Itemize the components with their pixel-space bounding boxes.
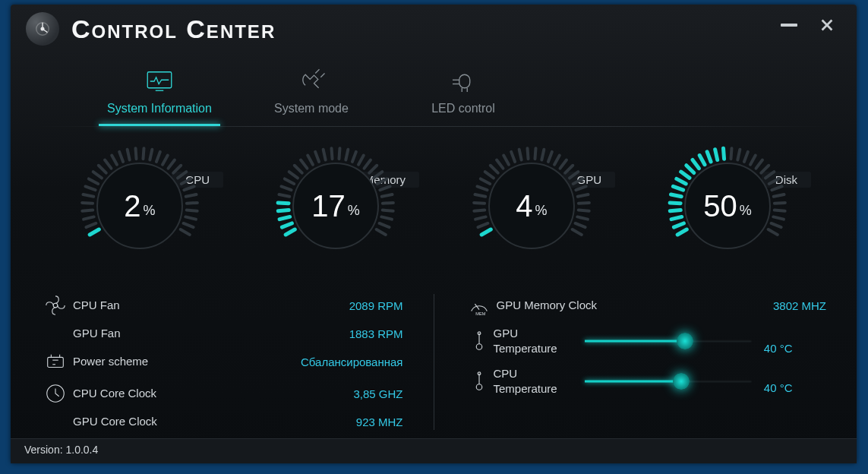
header: Control Center [11,5,857,46]
svg-text:MEM: MEM [475,311,485,316]
app-window: Control Center System Information [11,5,857,463]
tab-bar: System Information System mode LED contr… [11,61,857,126]
row-label: CPU Temperature [494,366,585,397]
content: CPU 2% Memory 17% GPU 4% Disk 50% [11,127,857,438]
gauge-disk: Disk 50% [636,145,819,267]
app-logo-icon [26,12,59,46]
led-icon [387,67,539,99]
row-gpu-fan: GPU Fan 1883 RPM [41,321,403,346]
monitor-icon [84,67,235,99]
tab-system-mode[interactable]: System mode [235,61,387,126]
battery-icon [41,350,70,373]
left-column: CPU Fan 2089 RPM GPU Fan 1883 RPM Power … [41,289,403,434]
clock-icon [41,382,70,405]
row-gpu-mem-clock: MEM GPU Memory Clock 3802 MHZ [465,289,827,321]
row-value: 40 °C [758,381,793,394]
row-label: GPU Memory Clock [494,298,773,313]
row-value: 2089 RPM [349,299,403,312]
svg-point-136 [476,384,482,390]
row-gpu-temp: GPU Temperature 40 °C [465,321,827,362]
close-button[interactable] [819,17,835,33]
row-value: Сбалансированная [301,356,403,368]
row-label: GPU Temperature [494,326,585,357]
cpu-temp-slider[interactable] [585,379,752,384]
svg-point-134 [476,344,482,350]
app-title: Control Center [71,14,276,44]
row-label: GPU Fan [70,326,349,341]
thermometer-icon [465,370,494,393]
gauge-row: CPU 2% Memory 17% GPU 4% Disk 50% [41,145,826,267]
minimize-icon [781,24,797,27]
column-divider [434,294,434,430]
tab-system-information[interactable]: System Information [84,61,235,126]
tab-led-control[interactable]: LED control [387,61,539,126]
right-column: MEM GPU Memory Clock 3802 MHZ GPU Temper… [465,289,827,434]
gauge-value: 2% [79,145,200,267]
row-label: CPU Core Clock [70,386,353,401]
svg-rect-5 [459,74,470,88]
gauge-value: 17% [275,145,396,267]
slider-thumb[interactable] [673,373,690,390]
row-value: 3,85 GHZ [353,387,402,400]
close-icon [819,17,835,33]
gauge-cpu: CPU 2% [49,145,231,267]
footer-version: Version: 1.0.0.4 [11,438,857,463]
gauge-memory: Memory 17% [245,145,427,267]
row-power-scheme: Power scheme Сбалансированная [41,346,403,378]
row-label: CPU Fan [70,298,349,313]
row-cpu-fan: CPU Fan 2089 RPM [41,289,403,321]
row-cpu-temp: CPU Temperature 40 °C [465,362,827,402]
row-label: GPU Core Clock [70,414,356,429]
tach-icon: MEM [465,294,494,317]
tab-label: System mode [274,102,349,115]
tab-label: System Information [107,102,212,115]
svg-point-130 [53,303,58,308]
minimize-button[interactable] [781,24,797,27]
row-value: 1883 RPM [349,327,403,340]
svg-point-1 [41,27,44,30]
row-label: Power scheme [70,354,301,369]
fan-icon [41,294,70,317]
row-cpu-core-clock: CPU Core Clock 3,85 GHZ [41,378,403,409]
gauge-value: 50% [667,145,788,267]
row-value: 40 °C [758,342,793,355]
thermometer-icon [465,330,494,352]
gpu-temp-slider[interactable] [585,339,752,343]
lower-stats: CPU Fan 2089 RPM GPU Fan 1883 RPM Power … [41,289,826,434]
tab-label: LED control [431,102,495,115]
gauge-gpu: GPU 4% [440,145,623,267]
svg-rect-131 [48,358,64,368]
row-value: 923 MHZ [356,416,403,428]
plug-icon [235,67,387,99]
row-gpu-core-clock: GPU Core Clock 923 MHZ [41,409,403,434]
slider-thumb[interactable] [677,333,693,349]
row-value: 3802 MHZ [773,299,826,312]
gauge-value: 4% [471,145,592,267]
